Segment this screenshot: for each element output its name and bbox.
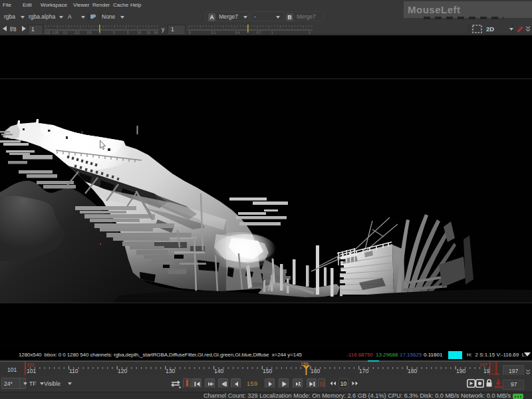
svg-text:64: 64 — [154, 31, 158, 35]
svg-text:0.5: 0.5 — [87, 31, 92, 35]
svg-text:130: 130 — [166, 368, 175, 374]
svg-text:110: 110 — [69, 368, 78, 374]
svg-text:0.7: 0.7 — [257, 31, 261, 35]
svg-text:2: 2 — [309, 31, 311, 35]
svg-text:0.1: 0.1 — [211, 31, 216, 35]
svg-text:159: 159 — [301, 362, 309, 366]
svg-text:0.01: 0.01 — [45, 31, 51, 35]
svg-text:160: 160 — [311, 368, 320, 374]
svg-text:101: 101 — [27, 368, 36, 374]
svg-text:1: 1 — [271, 31, 273, 35]
svg-text:140: 140 — [214, 368, 223, 374]
svg-text:170: 170 — [359, 368, 368, 374]
svg-text:0.1: 0.1 — [63, 31, 68, 35]
svg-text:190: 190 — [456, 368, 466, 374]
svg-text:180: 180 — [408, 368, 417, 374]
svg-text:0.2: 0.2 — [75, 31, 80, 35]
svg-text:197: 197 — [479, 362, 487, 367]
svg-text:120: 120 — [118, 368, 127, 374]
svg-text:0: 0 — [189, 31, 191, 35]
svg-text:101: 101 — [27, 362, 35, 367]
svg-text:10: 10 — [138, 31, 142, 35]
svg-text:20: 20 — [147, 31, 151, 35]
svg-text:5: 5 — [127, 31, 129, 35]
svg-text:150: 150 — [263, 368, 272, 374]
svg-text:0.4: 0.4 — [235, 31, 240, 35]
svg-text:2: 2 — [113, 31, 115, 35]
svg-text:0.05: 0.05 — [53, 31, 59, 35]
